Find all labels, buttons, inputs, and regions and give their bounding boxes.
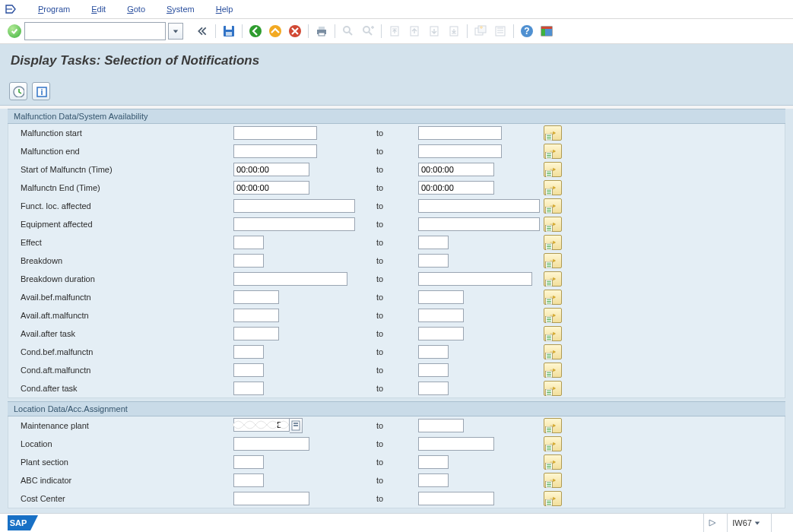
lbl-malf-start: Malfunction start	[8, 128, 233, 138]
execute-button[interactable]	[9, 82, 27, 100]
lbl-start-time: Start of Malfunctn (Time)	[8, 165, 233, 174]
multiple-selection-button[interactable]	[544, 144, 562, 159]
cancel-button[interactable]	[287, 23, 303, 40]
lbl-cost-center: Cost Center	[8, 494, 233, 503]
malf-start-from[interactable]	[233, 126, 317, 140]
status-bar: IW67	[0, 513, 793, 532]
prev-page-button[interactable]	[406, 23, 423, 40]
lbl-location: Location	[8, 439, 233, 448]
cond-task-from[interactable]	[233, 382, 264, 395]
multiple-selection-button[interactable]	[544, 217, 562, 232]
menu-help[interactable]: Help	[216, 5, 233, 14]
lbl-maint-plant: Maintenance plant	[8, 421, 233, 430]
cond-bef-from[interactable]	[233, 345, 264, 359]
effect-to[interactable]	[418, 236, 449, 249]
menu-system[interactable]: System	[167, 5, 195, 14]
abc-from[interactable]	[233, 473, 264, 487]
avail-task-to[interactable]	[418, 327, 464, 340]
save-button[interactable]	[220, 23, 237, 40]
multiple-selection-button[interactable]	[544, 344, 562, 359]
exit-button[interactable]	[267, 23, 284, 40]
multiple-selection-button[interactable]	[544, 491, 562, 506]
plant-section-to[interactable]	[418, 455, 449, 469]
multiple-selection-button[interactable]	[544, 271, 562, 287]
avail-task-from[interactable]	[233, 327, 279, 340]
avail-bef-to[interactable]	[418, 290, 464, 304]
to-lbl: to	[370, 128, 418, 138]
system-toolbar	[0, 19, 793, 44]
cost-center-to[interactable]	[418, 492, 494, 505]
command-history-dropdown[interactable]	[168, 23, 183, 40]
start-time-to[interactable]	[418, 163, 494, 176]
first-page-button[interactable]	[386, 23, 403, 40]
bd-dur-to[interactable]	[418, 272, 532, 286]
multiple-selection-button[interactable]	[544, 162, 562, 177]
application-toolbar	[0, 78, 793, 105]
selection-info-button[interactable]	[32, 82, 50, 100]
print-button[interactable]	[313, 23, 330, 40]
menu-program[interactable]: Program	[38, 5, 70, 14]
find-next-button[interactable]	[360, 23, 376, 40]
end-time-from[interactable]	[233, 181, 309, 195]
multiple-selection-button[interactable]	[544, 290, 562, 305]
breakdown-to[interactable]	[418, 254, 449, 268]
multiple-selection-button[interactable]	[544, 308, 562, 323]
multiple-selection-button[interactable]	[544, 381, 562, 396]
location-to[interactable]	[418, 437, 494, 451]
next-page-button[interactable]	[426, 23, 442, 40]
avail-aft-from[interactable]	[233, 309, 279, 322]
help-button[interactable]	[519, 23, 535, 40]
start-time-from[interactable]	[233, 163, 309, 176]
enter-button[interactable]	[8, 24, 21, 38]
cost-center-from[interactable]	[233, 492, 309, 505]
create-shortcut-button[interactable]	[492, 23, 509, 40]
menu-bar: Program Edit Goto System Help	[0, 0, 793, 19]
malf-end-from[interactable]	[233, 144, 317, 158]
cond-bef-to[interactable]	[418, 345, 449, 359]
multiple-selection-button[interactable]	[544, 180, 562, 195]
last-page-button[interactable]	[446, 23, 462, 40]
avail-aft-to[interactable]	[418, 309, 464, 322]
effect-from[interactable]	[233, 236, 264, 249]
equip-from[interactable]	[233, 217, 355, 231]
end-time-to[interactable]	[418, 181, 494, 195]
cond-aft-to[interactable]	[418, 363, 449, 377]
find-button[interactable]	[340, 23, 357, 40]
multiple-selection-button[interactable]	[544, 418, 562, 433]
menu-edit[interactable]: Edit	[91, 5, 106, 14]
malf-end-to[interactable]	[418, 144, 502, 158]
multiple-selection-button[interactable]	[544, 198, 562, 214]
avail-bef-from[interactable]	[233, 290, 279, 304]
cond-aft-from[interactable]	[233, 363, 264, 377]
funct-loc-from[interactable]	[233, 199, 355, 213]
location-from[interactable]	[233, 437, 309, 451]
bd-dur-from[interactable]	[233, 272, 347, 286]
maint-plant-from[interactable]	[233, 418, 290, 432]
multiple-selection-button[interactable]	[544, 436, 562, 451]
lbl-funct-loc: Funct. loc. affected	[8, 201, 233, 211]
multiple-selection-button[interactable]	[544, 235, 562, 250]
command-field[interactable]	[24, 22, 166, 40]
multiple-selection-button[interactable]	[544, 125, 562, 141]
abc-to[interactable]	[418, 473, 449, 487]
new-session-button[interactable]	[472, 23, 489, 40]
cond-task-to[interactable]	[418, 382, 449, 395]
plant-section-from[interactable]	[233, 455, 264, 469]
malf-start-to[interactable]	[418, 126, 502, 140]
customize-layout-button[interactable]	[538, 23, 555, 40]
multiple-selection-button[interactable]	[544, 326, 562, 341]
maint-plant-to[interactable]	[418, 419, 464, 432]
breakdown-from[interactable]	[233, 254, 264, 268]
collapse-toolbar-icon[interactable]	[194, 23, 211, 40]
multiple-selection-button[interactable]	[544, 454, 562, 470]
back-button[interactable]	[247, 23, 264, 40]
funct-loc-to[interactable]	[418, 199, 540, 213]
multiple-selection-button[interactable]	[544, 363, 562, 378]
menu-goto[interactable]: Goto	[127, 5, 145, 14]
multiple-selection-button[interactable]	[544, 253, 562, 268]
f4-help-button[interactable]	[290, 418, 303, 433]
sap-gui-menu-icon[interactable]	[5, 3, 17, 15]
multiple-selection-button[interactable]	[544, 473, 562, 488]
equip-to[interactable]	[418, 217, 540, 231]
status-session-indicator[interactable]	[703, 514, 721, 532]
